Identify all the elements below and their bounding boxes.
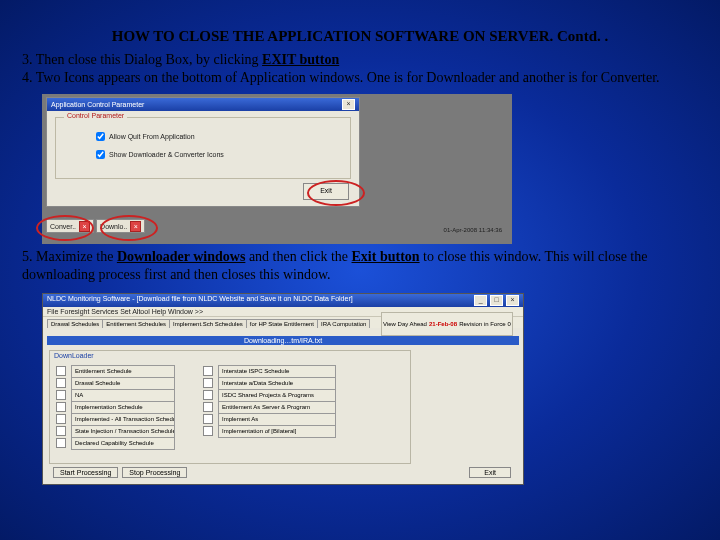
tab[interactable]: for HP State Entitlement [246,319,318,328]
step3-prefix: 3. Then close this Dialog Box, by clicki… [22,52,262,67]
exit-button[interactable]: Exit [303,183,349,200]
downloader-panel: DownLoader Entitlement ScheduleInterstat… [49,350,411,464]
view-label: View Day Ahead [383,321,427,327]
downloader-window: NLDC Monitoring Software - [Download fil… [42,293,524,485]
checkbox-icon[interactable] [56,426,66,436]
checkbox-icon[interactable] [203,426,213,436]
taskbar-item-converter[interactable]: Conver.. × [46,219,94,233]
checkbox-icon[interactable] [56,414,66,424]
checkbox-show-icons[interactable]: Show Downloader & Converter Icons [96,150,224,159]
close-icon[interactable]: × [342,99,355,110]
schedule-button[interactable]: Declared Capability Schedule [71,437,175,450]
checkbox-icon[interactable] [203,366,213,376]
step5-c: and then click the [245,249,351,264]
checkbox-icon[interactable] [96,132,105,141]
taskbar-icons: Conver.. × Downlo.. × [46,219,246,233]
instruction-step-3-4: 3. Then close this Dialog Box, by clicki… [0,51,720,92]
dialog-title-text: Application Control Parameter [51,101,144,108]
checkbox-label: Show Downloader & Converter Icons [109,151,224,158]
checkbox-icon[interactable] [56,378,66,388]
date-revision-box: View Day Ahead 21-Feb-08 Revision in For… [381,312,513,336]
minimize-icon[interactable]: _ [474,295,487,306]
date-value: 21-Feb-08 [429,321,457,327]
checkbox-icon[interactable] [203,390,213,400]
start-processing-button[interactable]: Start Processing [53,467,118,478]
close-icon[interactable]: × [506,295,519,306]
step5-b: Downloader windows [117,249,246,264]
revision-label: Revision in Force [459,321,505,327]
checkbox-icon[interactable] [96,150,105,159]
step5-a: 5. Maximize the [22,249,117,264]
screenshot-control-parameter: Application Control Parameter × Control … [42,94,512,244]
step5-d: Exit button [352,249,420,264]
taskbar-item-downloader[interactable]: Downlo.. × [96,219,145,233]
checkbox-icon[interactable] [56,390,66,400]
tab[interactable]: Entitlement Schedules [102,319,170,328]
download-status: Downloading…tm/IRA.txt [47,336,519,345]
control-parameter-group: Control Parameter Allow Quit From Applic… [55,117,351,179]
step3-emphasis: EXIT button [262,52,339,67]
instruction-step-5: 5. Maximize the Downloader windows and t… [0,248,720,289]
close-icon[interactable]: × [79,221,90,232]
checkbox-icon[interactable] [203,378,213,388]
stop-processing-button[interactable]: Stop Processing [122,467,187,478]
checkbox-icon[interactable] [56,402,66,412]
page-title: HOW TO CLOSE THE APPLICATION SOFTWARE ON… [0,0,720,51]
maximize-icon[interactable]: □ [490,295,503,306]
exit-button[interactable]: Exit [469,467,511,478]
taskbar-label: Conver.. [50,223,76,230]
tab[interactable]: Drawal Schedules [47,319,103,328]
screenshot-downloader-window: NLDC Monitoring Software - [Download fil… [42,293,522,483]
dialog-control-parameter: Application Control Parameter × Control … [46,97,360,207]
window-title-text: NLDC Monitoring Software - [Download fil… [47,295,353,306]
step4-text: 4. Two Icons appears on the bottom of Ap… [22,70,660,85]
tab[interactable]: Implement.Sch Schedules [169,319,247,328]
checkbox-label: Allow Quit From Application [109,133,195,140]
schedule-button[interactable]: Implementation of [Bilateral] [218,425,336,438]
close-icon[interactable]: × [130,221,141,232]
panel-title: DownLoader [50,351,410,360]
status-date: 01-Apr-2008 11:34:36 [444,227,502,233]
checkbox-allow-quit[interactable]: Allow Quit From Application [96,132,195,141]
tab[interactable]: IRA Computation [317,319,370,328]
window-titlebar: NLDC Monitoring Software - [Download fil… [43,294,523,307]
checkbox-icon[interactable] [56,366,66,376]
checkbox-icon[interactable] [56,438,66,448]
dialog-titlebar: Application Control Parameter × [47,98,359,111]
group-legend: Control Parameter [64,112,127,119]
checkbox-icon[interactable] [203,414,213,424]
checkbox-icon[interactable] [203,402,213,412]
revision-value: 0 [508,321,511,327]
taskbar-label: Downlo.. [100,223,127,230]
